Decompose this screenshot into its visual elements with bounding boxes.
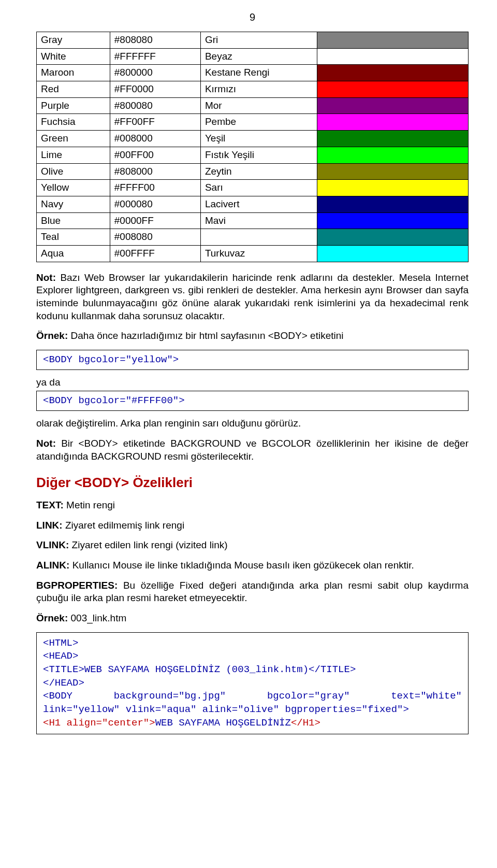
table-row: Teal#008080 (37, 229, 469, 246)
note-2: Not: Bir <BODY> etiketinde BACKGROUND ve… (36, 437, 469, 463)
prop-link: LINK: Ziyaret edilmemiş link rengi (36, 519, 469, 532)
color-code: #008000 (110, 131, 200, 147)
table-row: Aqua#00FFFFTurkuvaz (37, 245, 469, 262)
color-code: #0000FF (110, 212, 200, 229)
prop-alink: ALINK: Kullanıcı Mouse ile linke tıkladı… (36, 559, 469, 572)
prop-link-value: Ziyaret edilmemiş link rengi (63, 520, 184, 531)
color-swatch (317, 245, 469, 262)
table-row: Maroon#800000Kestane Rengi (37, 65, 469, 81)
code-l7c: </H1> (291, 717, 320, 729)
note-1-text: Bazı Web Browser lar yukarıdakilerin har… (36, 272, 469, 321)
color-name: Gray (37, 32, 110, 49)
color-name: Lime (37, 147, 110, 163)
color-tr: Zeytin (200, 163, 317, 180)
color-code: #FF00FF (110, 114, 200, 131)
table-row: Yellow#FFFF00Sarı (37, 180, 469, 196)
code-line-2: <HEAD> (43, 650, 462, 663)
code-line-7: <H1 align="center">WEB SAYFAMA HOŞGELDİN… (43, 717, 462, 730)
color-name: Green (37, 131, 110, 147)
color-tr: Mor (200, 97, 317, 114)
code-snippet-2: <BODY bgcolor="#FFFF00"> (36, 391, 469, 411)
color-code: #000080 (110, 196, 200, 212)
color-code: #008080 (110, 229, 200, 246)
code-l5b: background="bg.jpg" (114, 690, 226, 703)
after-code-text: olarak değiştirelim. Arka plan renginin … (36, 417, 469, 430)
code-l7a: <H1 align="center"> (43, 717, 155, 729)
color-tr: Lacivert (200, 196, 317, 212)
table-row: Purple#800080Mor (37, 97, 469, 114)
example-2-text: 003_link.htm (68, 613, 126, 623)
table-row: Navy#000080Lacivert (37, 196, 469, 212)
color-swatch (317, 147, 469, 163)
code-line-1: <HTML> (43, 637, 462, 650)
color-name: Maroon (37, 65, 110, 81)
code-line-5: <BODY background="bg.jpg" bgcolor="gray"… (43, 690, 462, 703)
example-1-label: Örnek: (36, 330, 68, 341)
color-name: Aqua (37, 245, 110, 262)
table-row: White#FFFFFFBeyaz (37, 48, 469, 65)
color-swatch (317, 131, 469, 147)
code-l7b: WEB SAYFAMA HOŞGELDİNİZ (155, 717, 291, 729)
prop-vlink: VLINK: Ziyaret edilen link rengi (vizite… (36, 539, 469, 552)
yada-text: ya da (36, 376, 469, 389)
code-l5a: <BODY (43, 690, 72, 703)
color-tr: Fıstık Yeşili (200, 147, 317, 163)
color-swatch (317, 48, 469, 65)
color-code: #FF0000 (110, 81, 200, 98)
color-name: Olive (37, 163, 110, 180)
color-code: #808000 (110, 163, 200, 180)
color-tr (200, 229, 317, 246)
color-name: Red (37, 81, 110, 98)
table-row: Olive#808000Zeytin (37, 163, 469, 180)
color-tr: Kırmızı (200, 81, 317, 98)
code-line-4: </HEAD> (43, 677, 462, 690)
color-swatch (317, 212, 469, 229)
note-2-text: Bir <BODY> etiketinde BACKGROUND ve BGCO… (36, 438, 469, 462)
example-2: Örnek: 003_link.htm (36, 612, 469, 625)
color-tr: Mavi (200, 212, 317, 229)
page-number: 9 (36, 10, 469, 24)
color-swatch (317, 81, 469, 98)
prop-bgproperties: BGPROPERTIES: Bu özelliğe Fixed değeri a… (36, 579, 469, 605)
color-table: Gray#808080GriWhite#FFFFFFBeyazMaroon#80… (36, 32, 469, 262)
color-swatch (317, 65, 469, 81)
color-swatch (317, 229, 469, 246)
code-line-3: <TITLE>WEB SAYFAMA HOŞGELDİNİZ (003_link… (43, 663, 462, 677)
example-2-label: Örnek: (36, 613, 68, 623)
prop-text: TEXT: Metin rengi (36, 499, 469, 512)
color-code: #800000 (110, 65, 200, 81)
prop-text-label: TEXT: (36, 500, 64, 510)
color-swatch (317, 32, 469, 49)
color-tr: Gri (200, 32, 317, 49)
color-code: #800080 (110, 97, 200, 114)
color-name: White (37, 48, 110, 65)
color-code: #808080 (110, 32, 200, 49)
color-swatch (317, 114, 469, 131)
color-name: Blue (37, 212, 110, 229)
code-snippet-1: <BODY bgcolor="yellow"> (36, 350, 469, 370)
code-l5c: bgcolor="gray" (267, 690, 350, 703)
color-tr: Beyaz (200, 48, 317, 65)
table-row: Lime#00FF00Fıstık Yeşili (37, 147, 469, 163)
prop-vlink-label: VLINK: (36, 539, 69, 550)
color-name: Fuchsia (37, 114, 110, 131)
color-code: #FFFFFF (110, 48, 200, 65)
color-code: #00FF00 (110, 147, 200, 163)
table-row: Blue#0000FFMavi (37, 212, 469, 229)
code-block: <HTML> <HEAD> <TITLE>WEB SAYFAMA HOŞGELD… (36, 632, 469, 734)
prop-link-label: LINK: (36, 520, 63, 531)
table-row: Gray#808080Gri (37, 32, 469, 49)
table-row: Red#FF0000Kırmızı (37, 81, 469, 98)
color-tr: Kestane Rengi (200, 65, 317, 81)
color-swatch (317, 163, 469, 180)
color-name: Purple (37, 97, 110, 114)
prop-text-value: Metin rengi (64, 500, 115, 510)
example-1-text: Daha önce hazırladığımız bir html sayfas… (68, 330, 343, 341)
prop-bgproperties-label: BGPROPERTIES: (36, 580, 118, 591)
note-2-label: Not: (36, 438, 56, 449)
code-l5d: text="white" (391, 690, 462, 703)
color-name: Teal (37, 229, 110, 246)
color-tr: Sarı (200, 180, 317, 196)
note-1: Not: Bazı Web Browser lar yukarıdakileri… (36, 272, 469, 323)
color-code: #00FFFF (110, 245, 200, 262)
